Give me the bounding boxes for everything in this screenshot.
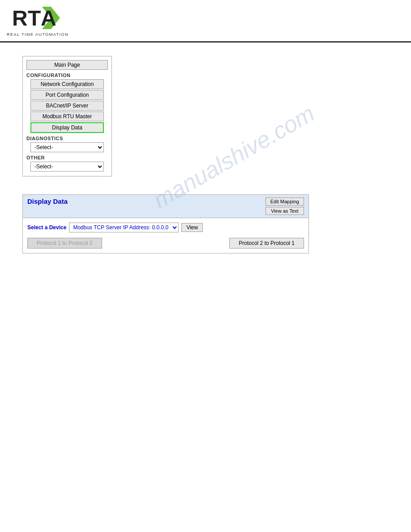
svg-text:A: A: [41, 6, 56, 30]
display-data-title: Display Data: [27, 197, 68, 205]
protocol-buttons-row: Protocol 1 to Protocol 2 Protocol 2 to P…: [27, 238, 304, 249]
nav-panel-section: Main Page CONFIGURATION Network Configur…: [13, 51, 398, 176]
port-configuration-button[interactable]: Port Configuration: [30, 90, 104, 100]
logo-tagline: REAL TIME AUTOMATION: [7, 32, 68, 37]
configuration-section-label: CONFIGURATION: [26, 73, 108, 78]
svg-text:T: T: [28, 6, 41, 30]
display-data-button[interactable]: Display Data: [30, 122, 104, 133]
diagnostics-select[interactable]: -Select-: [30, 142, 104, 152]
header-action-buttons: Edit Mapping View as Text: [265, 197, 304, 215]
display-data-body: Select a Device Modbus TCP Server IP Add…: [23, 218, 308, 253]
rta-logo: R T A: [9, 4, 67, 31]
device-dropdown[interactable]: Modbus TCP Server IP Address: 0.0.0.0: [69, 223, 179, 232]
view-button[interactable]: View: [181, 223, 203, 232]
logo-container: R T A REAL TIME AUTOMATION: [7, 4, 68, 37]
display-data-section: Display Data Edit Mapping View as Text S…: [13, 194, 398, 253]
diagnostics-section-label: DIAGNOSTICS: [26, 136, 108, 141]
display-data-header: Display Data Edit Mapping View as Text: [23, 195, 308, 218]
select-device-label: Select a Device: [27, 224, 66, 231]
bacnet-server-button[interactable]: BACnet/IP Server: [30, 101, 104, 111]
nav-panel: Main Page CONFIGURATION Network Configur…: [22, 56, 112, 176]
view-as-text-button[interactable]: View as Text: [265, 207, 304, 215]
modbus-master-button[interactable]: Modbus RTU Master: [30, 112, 104, 121]
protocol-1-to-2-button[interactable]: Protocol 1 to Protocol 2: [27, 238, 102, 249]
select-device-row: Select a Device Modbus TCP Server IP Add…: [27, 223, 304, 232]
main-page-button[interactable]: Main Page: [26, 60, 108, 70]
page-header: R T A REAL TIME AUTOMATION: [0, 0, 411, 43]
display-data-panel: Display Data Edit Mapping View as Text S…: [22, 194, 309, 253]
edit-mapping-button[interactable]: Edit Mapping: [265, 197, 304, 206]
svg-text:R: R: [12, 6, 28, 30]
main-content: Main Page CONFIGURATION Network Configur…: [0, 43, 411, 262]
other-section-label: OTHER: [26, 155, 108, 160]
network-configuration-button[interactable]: Network Configuration: [30, 79, 104, 89]
protocol-2-to-1-button[interactable]: Protocol 2 to Protocol 1: [229, 238, 304, 249]
other-select[interactable]: -Select-: [30, 162, 104, 172]
